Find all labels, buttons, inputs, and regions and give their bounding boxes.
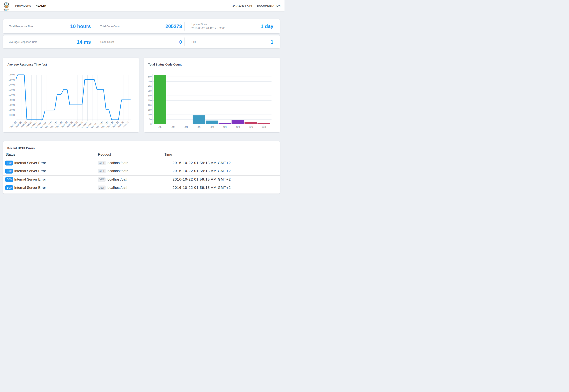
svg-text:300: 300 — [148, 95, 152, 97]
svg-text:404: 404 — [236, 126, 240, 128]
svg-text:304: 304 — [210, 126, 214, 128]
svg-text:18,000: 18,000 — [8, 79, 15, 81]
svg-text:350: 350 — [148, 90, 152, 92]
svg-text:100: 100 — [148, 113, 152, 116]
svg-text:17,000: 17,000 — [8, 84, 15, 86]
svg-text:16,000: 16,000 — [8, 89, 15, 91]
svg-text:0: 0 — [150, 123, 152, 125]
svg-text:503: 503 — [261, 126, 266, 128]
svg-text:200: 200 — [148, 104, 152, 106]
svg-text:400: 400 — [148, 85, 152, 87]
svg-text:50: 50 — [149, 118, 152, 121]
svg-text:401: 401 — [223, 126, 227, 128]
svg-text:12,000: 12,000 — [8, 109, 15, 111]
svg-text:11,000: 11,000 — [9, 114, 15, 116]
svg-text:250: 250 — [148, 99, 152, 102]
svg-text:150: 150 — [148, 109, 152, 111]
svg-text:15,000: 15,000 — [8, 94, 15, 96]
svg-text:19,000: 19,000 — [8, 74, 15, 76]
svg-text:301: 301 — [184, 126, 188, 128]
svg-text:450: 450 — [148, 80, 152, 83]
svg-text:500: 500 — [148, 76, 152, 78]
svg-text:302: 302 — [197, 126, 201, 128]
svg-text:13,000: 13,000 — [8, 104, 15, 106]
svg-text:206: 206 — [171, 126, 175, 128]
svg-text:500: 500 — [248, 126, 253, 128]
svg-text:200: 200 — [158, 126, 162, 128]
svg-text:14,000: 14,000 — [8, 99, 15, 101]
